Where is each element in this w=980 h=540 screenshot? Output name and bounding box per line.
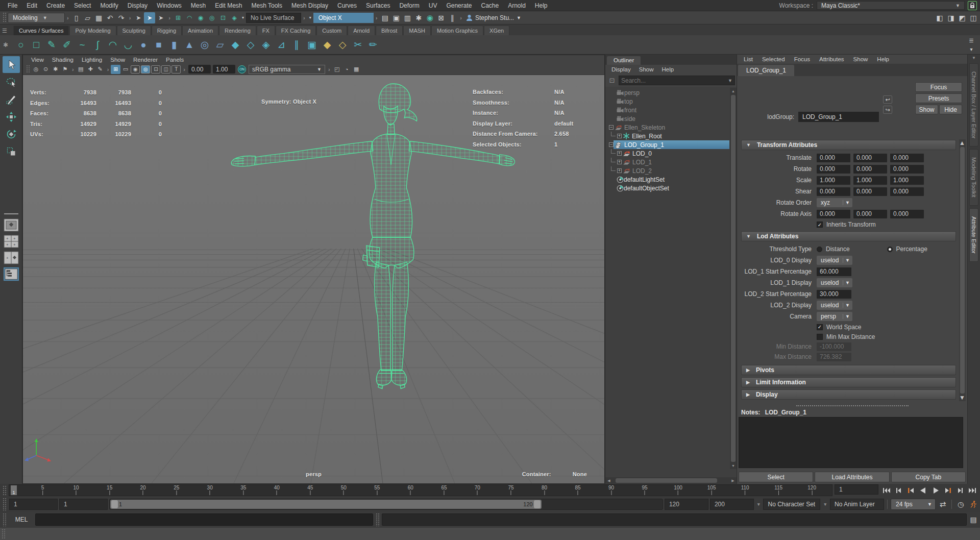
playback-loop-button[interactable]: ⇄: [937, 499, 948, 510]
render-current-frame-button[interactable]: ▣: [390, 12, 402, 23]
hide-button[interactable]: Hide: [939, 105, 962, 114]
timeline-tick[interactable]: 85: [575, 485, 580, 495]
save-scene-button[interactable]: ▦: [93, 12, 105, 23]
shelf-tab-motion-graphics[interactable]: Motion Graphics: [431, 26, 483, 35]
current-frame-marker[interactable]: 1: [11, 485, 17, 495]
timeline-tick[interactable]: 110: [741, 485, 749, 495]
timeline-tick[interactable]: 120: [807, 485, 816, 495]
tab-channel-box-layer-editor[interactable]: Channel Box / Layer Editor: [969, 63, 978, 146]
menu-mesh-tools[interactable]: Mesh Tools: [247, 1, 287, 10]
scrollbar-thumb[interactable]: [616, 478, 718, 483]
open-render-view-button[interactable]: ▤: [379, 12, 390, 23]
select-tool[interactable]: [3, 56, 20, 73]
timeline-tick[interactable]: 45: [307, 485, 313, 495]
group-chevron-icon[interactable]: ›: [65, 15, 71, 21]
grid-toggle-button[interactable]: ⊞: [111, 65, 120, 74]
single-pane-layout-button[interactable]: [4, 218, 19, 232]
group-chevron-icon[interactable]: ›: [458, 15, 464, 21]
pen-curve-tool-button[interactable]: ✐: [59, 37, 75, 53]
script-editor-button[interactable]: ▤: [968, 514, 979, 525]
transform-attributes-section-header[interactable]: ▼ Transform Attributes: [741, 140, 956, 150]
render-settings-button[interactable]: ✱: [413, 12, 424, 23]
rotate-y-field[interactable]: 0.000: [853, 165, 887, 174]
rotate-x-field[interactable]: 0.000: [817, 165, 850, 174]
show-button[interactable]: Show: [915, 105, 938, 114]
menu-modify[interactable]: Modify: [95, 1, 122, 10]
shelf-tab-bifrost[interactable]: Bifrost: [376, 26, 403, 35]
chevron-down-icon[interactable]: ▾: [307, 12, 313, 23]
drag-handle[interactable]: [3, 498, 6, 511]
snap-to-points-button[interactable]: ◉: [195, 12, 206, 23]
timeline-tick[interactable]: 115: [774, 485, 782, 495]
shelf-tab-curves-surfaces[interactable]: Curves / Surfaces: [13, 26, 69, 35]
lasso-tool[interactable]: [3, 73, 20, 90]
outliner-menu-display[interactable]: Display: [607, 66, 635, 73]
breakout-tab-icon[interactable]: ↪: [883, 106, 892, 114]
menu-help[interactable]: Help: [530, 1, 552, 10]
ae-tab-lod-group-1[interactable]: LOD_Group_1: [738, 65, 794, 76]
timeline-tick[interactable]: 50: [341, 485, 347, 495]
shelf-tab-poly-modeling[interactable]: Poly Modeling: [69, 26, 116, 35]
select-button[interactable]: Select: [739, 472, 813, 482]
outliner-item-ellen-skeleton[interactable]: − Ellen_Skeleton: [607, 123, 729, 132]
nurbs-plane-button[interactable]: ▱: [212, 37, 228, 53]
toggle-modeling-toolkit-button[interactable]: ◧: [934, 12, 945, 23]
gate-mask-button[interactable]: ◎: [141, 65, 150, 73]
gear-icon[interactable]: ✱: [3, 41, 8, 48]
timeline-tick[interactable]: 95: [642, 485, 648, 495]
play-backwards-button[interactable]: [917, 485, 929, 496]
gamma-field[interactable]: 1.00: [213, 65, 235, 73]
character-set-dropdown[interactable]: No Character Set: [763, 499, 820, 510]
viewport-menu-renderer[interactable]: Renderer: [129, 56, 162, 63]
scroll-left-icon[interactable]: ◀: [605, 477, 612, 484]
drag-handle[interactable]: [3, 513, 6, 526]
outliner-item-lod-0[interactable]: + LOD_0: [607, 149, 729, 158]
look-dev-preview-button[interactable]: ⊠: [435, 12, 447, 23]
view-transform-dropdown[interactable]: sRGB gamma ▼: [249, 65, 325, 74]
lock-camera-button[interactable]: ⊙: [41, 65, 51, 74]
two-point-arc-button[interactable]: ◠: [105, 37, 120, 53]
timeline-tick[interactable]: 25: [174, 485, 179, 495]
nurbs-torus-button[interactable]: ◎: [197, 37, 212, 53]
search-input[interactable]: [621, 77, 728, 84]
redo-button[interactable]: ↷: [116, 12, 127, 23]
scroll-right-icon[interactable]: ▶: [729, 477, 737, 484]
translate-x-field[interactable]: 0.000: [817, 154, 850, 162]
display-color-management-button[interactable]: ◉: [424, 12, 435, 23]
outliner-item-lod-group-1[interactable]: − LOD_Group_1: [607, 140, 729, 149]
animation-end-field[interactable]: 200: [710, 499, 754, 510]
viewport-canvas[interactable]: Verts:793879380 Edges:16493164930 Faces:…: [23, 75, 604, 483]
two-d-pan-zoom-button[interactable]: ✚: [86, 65, 95, 74]
scale-z-field[interactable]: 1.000: [890, 176, 924, 185]
menu-file[interactable]: File: [3, 1, 22, 10]
move-tool[interactable]: [3, 108, 20, 125]
rotate-axis-y-field[interactable]: 0.000: [853, 210, 887, 218]
shelf-edit-button[interactable]: ▾: [967, 45, 976, 53]
scroll-up-icon[interactable]: ▲: [959, 139, 966, 146]
boundary-button[interactable]: ▣: [304, 37, 320, 53]
snap-to-curves-button[interactable]: ◠: [184, 12, 195, 23]
outliner-item-default-object-set[interactable]: defaultObjectSet: [607, 184, 729, 192]
menu-uv[interactable]: UV: [424, 1, 442, 10]
nurbs-cone-button[interactable]: ▲: [182, 37, 197, 53]
step-forward-key-button[interactable]: [942, 485, 953, 496]
viewport-menu-lighting[interactable]: Lighting: [78, 56, 106, 63]
drag-handle[interactable]: [376, 513, 379, 526]
outliner-item-default-light-set[interactable]: defaultLightSet: [607, 175, 729, 184]
current-time-field[interactable]: 1: [835, 484, 878, 495]
outliner-vertical-scrollbar[interactable]: ▲ ▼: [730, 88, 737, 469]
expand-expander[interactable]: +: [617, 168, 622, 173]
go-to-end-button[interactable]: [966, 485, 978, 496]
outliner-menu-help[interactable]: Help: [658, 66, 678, 73]
nurbs-sphere-button[interactable]: ●: [136, 37, 151, 53]
menu-mesh-display[interactable]: Mesh Display: [287, 1, 333, 10]
nurbs-cylinder-button[interactable]: ▮: [166, 37, 182, 53]
fps-dropdown[interactable]: 24 fps ▼: [891, 499, 936, 510]
notes-textarea[interactable]: [739, 417, 963, 468]
extrude-button[interactable]: ⊿: [274, 37, 289, 53]
outliner-menu-show[interactable]: Show: [635, 66, 658, 73]
menu-edit[interactable]: Edit: [22, 1, 42, 10]
outliner-item-front[interactable]: front: [607, 106, 729, 114]
nurbs-cube-button[interactable]: ■: [151, 37, 166, 53]
snap-to-view-planes-button[interactable]: ⊡: [217, 12, 229, 23]
